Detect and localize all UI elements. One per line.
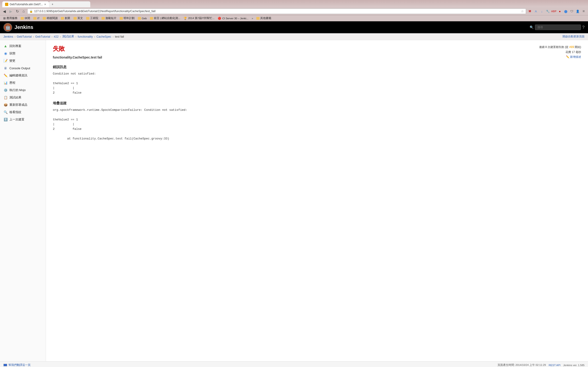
breadcrumb-cachespec[interactable]: CacheSpec: [96, 35, 111, 38]
bookmark-ci[interactable]: 🔴 CI Server 30 – Jenki...: [216, 16, 250, 20]
forward-button[interactable]: ▶: [8, 9, 13, 14]
bookmark-itri-label: 工研院: [90, 17, 98, 20]
folder-icon: [102, 17, 105, 20]
extension2-icon[interactable]: ■: [557, 9, 562, 14]
translate-icon[interactable]: A: [533, 9, 538, 14]
extension3-icon[interactable]: 🛡: [569, 9, 574, 14]
bookmark-readlater-label: 稍後閱讀: [47, 17, 58, 20]
footer-right: 頁面產生時間: 2014/10/24 上午 02:11:29 REST API …: [498, 363, 585, 367]
build-start-link[interactable]: #15: [569, 45, 574, 49]
sidebar-label-prev: 上一次建置: [9, 117, 24, 122]
sidebar-item-changes[interactable]: 📝 變更: [0, 57, 46, 65]
sidebar-label-fingerprint: 檢看指紋: [9, 110, 21, 114]
bookmark-startup[interactable]: 創業: [60, 16, 72, 20]
bookmark-apps[interactable]: ⊞ 應用服務: [2, 16, 19, 20]
back-button[interactable]: ◀: [2, 9, 7, 14]
footer-left: 幫我們翻譯這一頁: [3, 363, 31, 367]
sidebar-label-edit: 編輯建構資訊: [9, 73, 27, 77]
lock-icon: 🔒: [29, 10, 33, 13]
breadcrumb-test-results[interactable]: 測試結果: [62, 35, 74, 39]
breadcrumb-sep-4: ›: [60, 35, 61, 38]
stack-section-title: 堆疊追蹤: [53, 101, 581, 106]
breadcrumb-gebtutorial-1[interactable]: GebTutorial: [17, 35, 32, 38]
bookmark-nextyear[interactable]: 明年計劃: [118, 16, 136, 20]
refresh-button[interactable]: ↻: [15, 9, 20, 14]
bookmark-preface[interactable]: 前言 | 網站自動化測...: [149, 16, 182, 20]
test-icon: 📋: [3, 95, 8, 100]
main-layout: ▲ 回到專案 ◉ 狀態 📝 變更 🖥 Console Output ✏️ 編輯建…: [0, 40, 588, 361]
auto-refresh-link[interactable]: 開啟自動更新頁面: [562, 35, 585, 39]
browser-chrome: GebTutorial/idv.alin:GebT... ✕ + ◀ ▶ ↻ ⌂…: [0, 0, 588, 21]
breadcrumb-sep-2: ›: [33, 35, 34, 38]
folder-icon: [61, 17, 64, 20]
active-tab[interactable]: GebTutorial/idv.alin:GebT... ✕: [2, 1, 49, 7]
bookmark-english-label: 英文: [78, 17, 83, 20]
bookmark-motivate[interactable]: 激勵短片: [100, 16, 118, 20]
bookmark-it[interactable]: IT: [32, 17, 41, 20]
bookmarks-more[interactable]: »: [250, 17, 254, 20]
chrome-icon[interactable]: ⬤: [563, 9, 568, 14]
breadcrumb-functionality[interactable]: functionality: [78, 35, 93, 38]
breadcrumb-gebtutorial-2[interactable]: GebTutorial: [35, 35, 50, 38]
build-start-text: 開始): [575, 45, 581, 49]
sidebar-label-changes: 變更: [9, 59, 15, 63]
profile-icon[interactable]: 👤: [575, 9, 580, 14]
sidebar-item-fingerprint[interactable]: 🔍 檢看指紋: [0, 108, 46, 116]
translate-link[interactable]: 幫我們翻譯這一頁: [9, 363, 31, 367]
bookmark-ithelp[interactable]: 🏆 2014 第7屆IT邦幫忙...: [182, 16, 216, 20]
rest-api-link[interactable]: REST API: [549, 364, 561, 367]
history-icon: 📊: [3, 81, 8, 85]
error-section-title: 錯誤訊息: [53, 65, 581, 69]
new-tab[interactable]: +: [49, 1, 90, 7]
jenkins-header: 🤖 Jenkins 🔍 ?: [0, 21, 588, 33]
download-icon[interactable]: ↓: [539, 9, 544, 14]
bookmark-leisure[interactable]: 休閒: [19, 16, 32, 20]
home-button[interactable]: ⌂: [21, 9, 26, 14]
tab-close-button[interactable]: ✕: [44, 3, 46, 6]
menu-icon[interactable]: ≡: [581, 9, 586, 14]
folder-icon: [138, 17, 141, 20]
breadcrumb-sep-1: ›: [15, 35, 15, 38]
gmail-icon[interactable]: M: [527, 9, 532, 14]
folder-icon: [21, 17, 24, 20]
bookmark-itri[interactable]: 工研院: [85, 16, 100, 20]
bookmark-english[interactable]: 英文: [72, 16, 84, 20]
edit-icon: ✏️: [3, 73, 8, 77]
bookmark-motivate-label: 激勵短片: [105, 17, 116, 20]
sidebar-item-test-results[interactable]: 📋 測試結果: [0, 94, 46, 101]
bookmark-star-icon[interactable]: ☆: [521, 9, 524, 13]
bookmark-geb[interactable]: Geb: [137, 17, 148, 20]
sidebar-item-back-to-project[interactable]: ▲ 回到專案: [0, 42, 46, 50]
sidebar-item-mojo[interactable]: ⚙️ 執行的 Mojo: [0, 86, 46, 94]
page-time-text: 頁面產生時間: 2014/10/24 上午 02:11:29: [498, 363, 546, 367]
sidebar-item-status[interactable]: ◉ 狀態: [0, 50, 46, 57]
sidebar-item-prev-build[interactable]: ⬆️ 上一次建置: [0, 116, 46, 123]
breadcrumb-jenkins[interactable]: Jenkins: [3, 35, 13, 38]
sidebar-item-history[interactable]: 📊 歷程: [0, 79, 46, 86]
test-name: functionality.CacheSpec.test fail: [53, 56, 581, 59]
jenkins-avatar: 🤖: [3, 23, 12, 32]
extension1-icon[interactable]: 🔧: [545, 9, 550, 14]
breadcrumb-build-22[interactable]: #22: [54, 35, 59, 38]
address-bar[interactable]: 🔒 127.0.0.1:9095/job/GebTutorial/idv.ali…: [27, 8, 526, 14]
search-input[interactable]: [535, 25, 581, 30]
sidebar-item-redeploy[interactable]: 📦 重新部署成品: [0, 101, 46, 108]
jenkins-logo: 🤖 Jenkins: [3, 23, 33, 32]
adblock-icon[interactable]: ABP: [551, 9, 556, 14]
bookmark-other[interactable]: 其他書籤: [255, 16, 273, 20]
prev-build-icon: ⬆️: [3, 117, 8, 122]
page-footer: 幫我們翻譯這一頁 頁面產生時間: 2014/10/24 上午 02:11:29 …: [0, 361, 588, 367]
error-code-block: Condition not satisfied: theValue2 == 1 …: [53, 72, 581, 95]
add-description-link[interactable]: ✏️ 新增描述: [566, 55, 581, 58]
address-text: 127.0.0.1:9095/job/GebTutorial/idv.alin$…: [34, 10, 519, 13]
sidebar-label-back: 回到專案: [9, 44, 21, 48]
sidebar: ▲ 回到專案 ◉ 狀態 📝 變更 🖥 Console Output ✏️ 編輯建…: [0, 40, 46, 361]
breadcrumb-sep-5: ›: [76, 35, 77, 38]
sidebar-item-console[interactable]: 🖥 Console Output: [0, 65, 46, 72]
bookmark-readlater[interactable]: 稍後閱讀: [41, 16, 59, 20]
folder-icon: [150, 17, 153, 20]
breadcrumb-bar: Jenkins › GebTutorial › GebTutorial › #2…: [0, 33, 588, 40]
help-icon[interactable]: ?: [582, 25, 585, 30]
sidebar-item-edit-build-info[interactable]: ✏️ 編輯建構資訊: [0, 72, 46, 79]
tab-label: GebTutorial/idv.alin:GebT...: [10, 3, 43, 6]
